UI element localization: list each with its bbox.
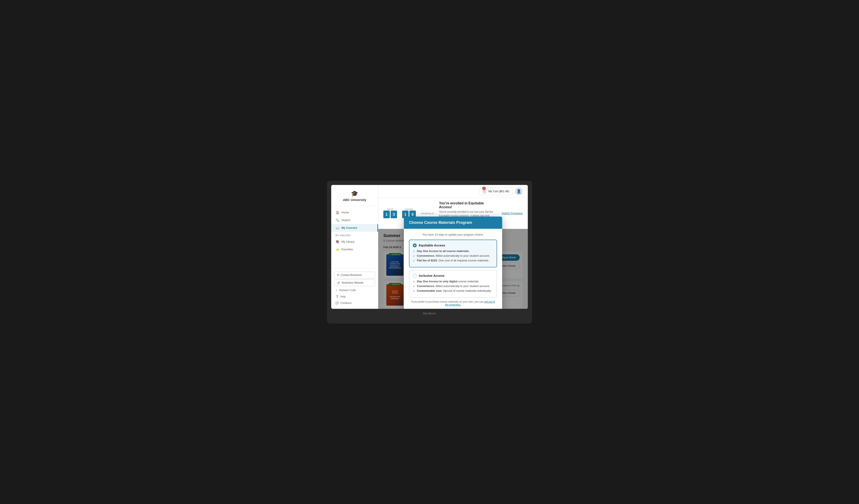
modal-subtitle: You have 13 days to update your program …	[409, 233, 497, 236]
days-label: DAYS	[383, 208, 397, 211]
laptop-frame: 🎓 ABC University 🏠 Home 🔍 Search 📖 My Co	[327, 181, 532, 323]
university-name: ABC University	[335, 198, 374, 202]
feedback-icon: 💬	[335, 302, 339, 305]
top-bar: 🛒 1 My Cart ($61.98) 👤	[378, 185, 528, 198]
redeem-code-link[interactable]: ✓ Redeem Code	[331, 287, 378, 293]
laptop-screen: 🎓 ABC University 🏠 Home 🔍 Search 📖 My Co	[331, 185, 528, 309]
hours-label: HOURS	[402, 208, 416, 211]
app-container: 🎓 ABC University 🏠 Home 🔍 Search 📖 My Co	[331, 185, 528, 309]
check-icon: ✓	[413, 254, 415, 258]
inclusive-access-header: Inclusive Access	[413, 274, 493, 278]
home-icon: 🏠	[335, 211, 339, 214]
contact-bookstore-icon: ✉	[337, 274, 339, 277]
sidebar-nav: 🏠 Home 🔍 Search 📖 My Courses MY SHELVES …	[331, 206, 378, 268]
check-icon: ✓	[413, 280, 415, 283]
check-icon: ✓	[413, 250, 415, 253]
sidebar: 🎓 ABC University 🏠 Home 🔍 Search 📖 My Co	[331, 185, 378, 309]
equitable-feature-1: ✓ Day One Access to all course materials…	[413, 249, 493, 253]
sidebar-logo: 🎓 ABC University	[331, 185, 378, 206]
redeem-code-label: Redeem Code	[339, 289, 356, 292]
opt-out-text: If you prefer to purchase course materia…	[409, 300, 497, 306]
enrollment-title: You're enrolled in Equitable Access!	[439, 201, 497, 209]
program-option-equitable-access[interactable]: Equitable Access ✓ Day One Access to all…	[409, 240, 497, 268]
remaining-text: remaining to	[421, 212, 434, 215]
bookstore-website-button[interactable]: 🔗 Bookstore Website	[334, 279, 375, 286]
page-area: Summer 5 Course Materials Fall 24 NUR 0 …	[378, 229, 528, 309]
sidebar-item-my-library[interactable]: 📚 My Library	[331, 238, 378, 246]
modal-body: You have 13 days to update your program …	[404, 229, 502, 309]
bookstore-website-icon: 🔗	[337, 281, 340, 284]
sidebar-item-my-courses[interactable]: 📖 My Courses	[331, 224, 378, 232]
inclusive-feature-3: ✓ Customizable cost. Opt-out of course m…	[413, 289, 493, 293]
days-digit-2: 3	[391, 211, 397, 218]
university-logo-icon: 🎓	[335, 190, 374, 197]
equitable-access-radio[interactable]	[413, 243, 417, 247]
laptop-label: MacBook	[331, 309, 528, 315]
contact-bookstore-button[interactable]: ✉ Contact Bookstore	[334, 272, 375, 278]
contact-bookstore-label: Contact Bookstore	[341, 274, 362, 277]
help-icon: ❓	[335, 295, 339, 298]
inclusive-access-name: Inclusive Access	[419, 274, 444, 277]
modal: Choose Course Materials Program You have…	[404, 216, 502, 309]
switch-programs-link[interactable]: Switch Programs	[502, 212, 523, 215]
sidebar-item-search[interactable]: 🔍 Search	[331, 216, 378, 224]
feedback-link[interactable]: 💬 Feedback	[331, 300, 378, 306]
sidebar-item-home[interactable]: 🏠 Home	[331, 209, 378, 216]
help-label: Help	[341, 295, 346, 298]
program-option-inclusive-access[interactable]: Inclusive Access ✓ Day One Access to onl…	[409, 270, 497, 298]
main-content: 🛒 1 My Cart ($61.98) 👤 DAYS 1 3	[378, 185, 528, 309]
inclusive-feature-2: ✓ Convenience. Billed automatically to y…	[413, 285, 493, 288]
modal-title: Choose Course Materials Program	[409, 220, 497, 225]
cart-label: My Cart ($61.98)	[488, 190, 509, 193]
equitable-access-features: ✓ Day One Access to all course materials…	[413, 249, 493, 262]
sidebar-item-my-courses-label: My Courses	[342, 226, 357, 229]
equitable-access-header: Equitable Access	[413, 243, 493, 247]
days-digit-1: 1	[383, 211, 390, 218]
shelves-section-label: MY SHELVES	[331, 232, 378, 238]
sidebar-item-search-label: Search	[342, 218, 350, 222]
feedback-label: Feedback	[341, 302, 352, 305]
cart-badge: 1	[482, 187, 486, 190]
redeem-code-icon: ✓	[335, 289, 337, 292]
inclusive-feature-1: ✓ Day One Access to only digital course …	[413, 280, 493, 283]
courses-icon: 📖	[335, 226, 339, 230]
user-icon: 👤	[516, 189, 521, 194]
timer-block-days: DAYS 1 3	[383, 208, 397, 218]
equitable-feature-2: ✓ Convenience. Billed automatically to y…	[413, 254, 493, 258]
modal-overlay: Choose Course Materials Program You have…	[378, 229, 528, 309]
library-icon: 📚	[335, 240, 339, 243]
equitable-feature-3: ✓ Flat fee of $225. One cost of all requ…	[413, 259, 493, 262]
check-icon: ✓	[413, 289, 415, 293]
sidebar-item-home-label: Home	[342, 211, 349, 214]
bookstore-website-label: Bookstore Website	[342, 281, 363, 284]
user-icon-button[interactable]: 👤	[515, 187, 523, 195]
sidebar-item-favorites[interactable]: ⭐ Favorites	[331, 246, 378, 253]
search-icon: 🔍	[335, 218, 339, 222]
equitable-access-name: Equitable Access	[419, 243, 445, 247]
check-icon: ✓	[413, 285, 415, 288]
modal-header: Choose Course Materials Program	[404, 216, 502, 229]
inclusive-access-radio[interactable]	[413, 274, 417, 278]
sidebar-item-favorites-label: Favorites	[342, 248, 353, 251]
inclusive-access-features: ✓ Day One Access to only digital course …	[413, 280, 493, 293]
help-link[interactable]: ❓ Help	[331, 293, 378, 300]
cart-button[interactable]: 🛒 1 My Cart ($61.98)	[479, 187, 512, 195]
sidebar-item-my-library-label: My Library	[342, 240, 355, 243]
days-digits: 1 3	[383, 211, 397, 218]
favorites-icon: ⭐	[335, 248, 339, 251]
sidebar-bottom: ✉ Contact Bookstore 🔗 Bookstore Website …	[331, 268, 378, 309]
check-icon: ✓	[413, 259, 415, 262]
